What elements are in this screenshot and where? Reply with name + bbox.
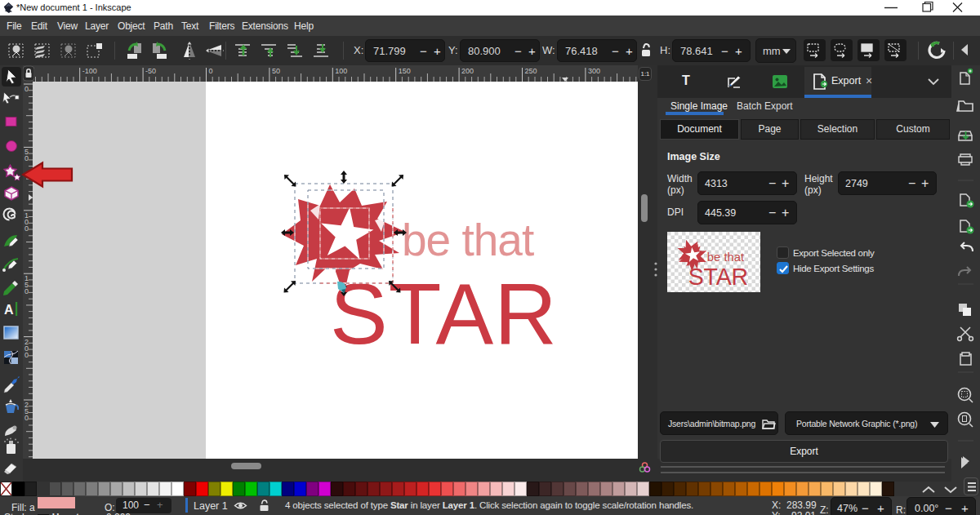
svg-text:-100: -100 [82,67,97,75]
svg-text:250: 250 [525,67,537,75]
svg-text:A: A [4,303,14,317]
svg-text:100: 100 [335,67,347,75]
svg-text:STAR: STAR [330,265,558,362]
svg-text:0: 0 [209,67,213,75]
svg-text:0: 0 [24,85,29,93]
svg-text:-50: -50 [145,67,156,75]
svg-text:0: 0 [24,287,29,295]
svg-text:0: 0 [24,224,29,233]
svg-text:0: 0 [24,351,29,359]
svg-text:150: 150 [399,67,411,75]
svg-text:STAR: STAR [688,264,748,290]
svg-text:300: 300 [588,67,600,75]
svg-text:50: 50 [272,67,280,75]
svg-text:200: 200 [461,67,474,75]
svg-text:be that: be that [402,215,534,265]
svg-text:be that: be that [707,251,745,264]
svg-text:0: 0 [24,414,29,422]
